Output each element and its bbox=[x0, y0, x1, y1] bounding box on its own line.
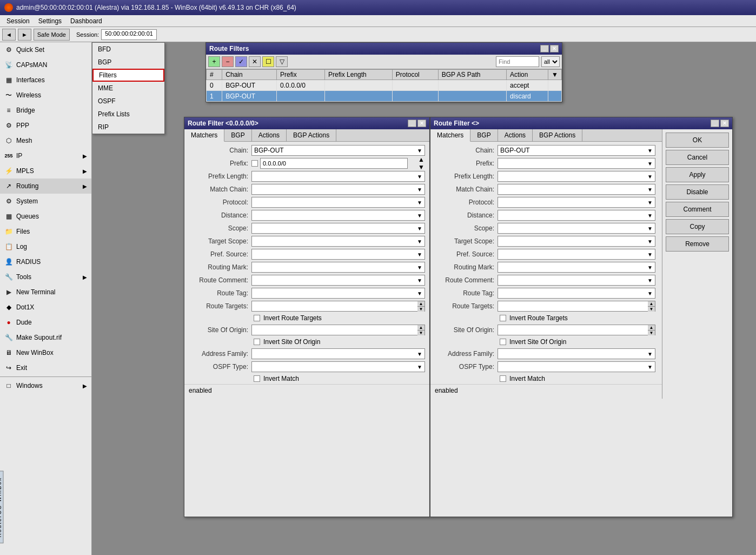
routing-submenu-bgp[interactable]: BGP bbox=[92, 56, 164, 69]
prefix-checkbox-0[interactable] bbox=[251, 160, 258, 167]
routing-submenu-bfd[interactable]: BFD bbox=[92, 43, 164, 56]
invert-match-check-1[interactable] bbox=[500, 375, 506, 382]
sidebar-item-wireless[interactable]: 〜 Wireless bbox=[0, 88, 91, 103]
sidebar-item-system[interactable]: ⚙ System bbox=[0, 194, 91, 209]
sidebar-item-quick-set[interactable]: ⚙ Quick Set bbox=[0, 42, 91, 57]
address-family-dropdown-0[interactable]: ▼ bbox=[251, 348, 425, 359]
comment-button[interactable]: Comment bbox=[666, 202, 729, 217]
table-row[interactable]: 0 BGP-OUT 0.0.0.0/0 accept bbox=[207, 80, 562, 91]
chain-dropdown-0[interactable]: BGP-OUT ▼ bbox=[251, 145, 425, 156]
match-chain-dropdown-0[interactable]: ▼ bbox=[251, 184, 425, 195]
site-of-origin-input-1[interactable] bbox=[498, 325, 648, 335]
menu-dashboard[interactable]: Dashboard bbox=[66, 16, 107, 26]
route-filters-minimize[interactable]: _ bbox=[540, 45, 549, 52]
target-scope-dropdown-1[interactable]: ▼ bbox=[498, 236, 655, 247]
sidebar-item-dude[interactable]: ● Dude bbox=[0, 315, 91, 330]
rf-remove-button[interactable]: − bbox=[222, 56, 234, 67]
sidebar-item-dot1x[interactable]: ◆ Dot1X bbox=[0, 300, 91, 315]
menu-settings[interactable]: Settings bbox=[34, 16, 66, 26]
prefix-length-dropdown-1[interactable]: ▼ bbox=[498, 171, 655, 182]
route-targets-down-0[interactable]: ▼ bbox=[417, 307, 425, 312]
route-comment-dropdown-0[interactable]: ▼ bbox=[251, 275, 425, 286]
route-filter-0-titlebar[interactable]: Route Filter <0.0.0.0/0> _ ✕ bbox=[184, 117, 429, 129]
col-dropdown-icon[interactable]: ▼ bbox=[548, 70, 562, 80]
routing-submenu-ospf[interactable]: OSPF bbox=[92, 95, 164, 108]
chain-dropdown-1[interactable]: BGP-OUT ▼ bbox=[498, 145, 655, 156]
route-filter-0-close[interactable]: ✕ bbox=[417, 120, 426, 127]
sidebar-item-ppp[interactable]: ⚙ PPP bbox=[0, 118, 91, 133]
sidebar-item-interfaces[interactable]: ▦ Interfaces bbox=[0, 72, 91, 88]
sidebar-item-new-terminal[interactable]: ▶ New Terminal bbox=[0, 285, 91, 300]
prefix-length-dropdown-0[interactable]: ▼ bbox=[251, 171, 425, 182]
routing-submenu-filters[interactable]: Filters bbox=[92, 69, 164, 82]
tab-bgp-actions-1[interactable]: BGP Actions bbox=[533, 129, 582, 141]
soo-up-1[interactable]: ▲ bbox=[648, 325, 655, 331]
ok-button[interactable]: OK bbox=[666, 133, 729, 148]
sidebar-item-queues[interactable]: ▦ Queues bbox=[0, 209, 91, 224]
sidebar-item-mpls[interactable]: ⚡ MPLS ▶ bbox=[0, 163, 91, 179]
match-chain-dropdown-1[interactable]: ▼ bbox=[498, 184, 655, 195]
route-filters-close[interactable]: ✕ bbox=[550, 45, 559, 52]
sidebar-item-mesh[interactable]: ⬡ Mesh bbox=[0, 133, 91, 148]
tab-actions-1[interactable]: Actions bbox=[498, 129, 533, 141]
route-targets-up-0[interactable]: ▲ bbox=[417, 301, 425, 307]
disable-button[interactable]: Disable bbox=[666, 184, 729, 200]
route-filter-1-titlebar[interactable]: Route Filter <> _ ✕ bbox=[430, 117, 732, 129]
cancel-button[interactable]: Cancel bbox=[666, 150, 729, 165]
ospf-type-dropdown-1[interactable]: ▼ bbox=[498, 361, 655, 372]
sidebar-item-capsman[interactable]: 📡 CAPsMAN bbox=[0, 57, 91, 72]
prefix-input-0[interactable] bbox=[260, 158, 408, 169]
rf-reset-button[interactable]: ☐ bbox=[262, 56, 274, 67]
site-of-origin-down-0[interactable]: ▼ bbox=[417, 331, 425, 335]
sidebar-item-log[interactable]: 📋 Log bbox=[0, 239, 91, 254]
routing-mark-dropdown-0[interactable]: ▼ bbox=[251, 262, 425, 273]
sidebar-item-ip[interactable]: 255 IP ▶ bbox=[0, 148, 91, 163]
invert-site-of-origin-check-0[interactable] bbox=[254, 339, 260, 345]
site-of-origin-up-0[interactable]: ▲ bbox=[417, 325, 425, 331]
rt-up-1[interactable]: ▲ bbox=[648, 301, 655, 307]
site-of-origin-input-0[interactable] bbox=[251, 325, 417, 335]
sidebar-item-new-winbox[interactable]: 🖥 New WinBox bbox=[0, 345, 91, 360]
prefix-dropdown-1[interactable]: ▼ bbox=[498, 158, 655, 169]
route-filter-0-minimize[interactable]: _ bbox=[408, 120, 416, 127]
tab-bgp-1[interactable]: BGP bbox=[470, 129, 498, 141]
routing-submenu-mme[interactable]: MME bbox=[92, 82, 164, 95]
sidebar-item-files[interactable]: 📁 Files bbox=[0, 224, 91, 239]
copy-button[interactable]: Copy bbox=[666, 219, 729, 234]
pref-source-dropdown-1[interactable]: ▼ bbox=[498, 249, 655, 260]
rf-add-button[interactable]: + bbox=[208, 56, 220, 67]
forward-button[interactable]: ► bbox=[18, 29, 31, 41]
route-comment-dropdown-1[interactable]: ▼ bbox=[498, 275, 655, 286]
invert-route-targets-check-1[interactable] bbox=[500, 315, 506, 321]
target-scope-dropdown-0[interactable]: ▼ bbox=[251, 236, 425, 247]
menu-session[interactable]: Session bbox=[2, 16, 34, 26]
sidebar-item-bridge[interactable]: ≡ Bridge bbox=[0, 103, 91, 118]
distance-dropdown-0[interactable]: ▼ bbox=[251, 210, 425, 221]
invert-route-targets-check-0[interactable] bbox=[254, 315, 260, 321]
rf-disable-button[interactable]: ✕ bbox=[249, 56, 261, 67]
routing-submenu-prefix-lists[interactable]: Prefix Lists bbox=[92, 108, 164, 121]
route-tag-dropdown-1[interactable]: ▼ bbox=[498, 288, 655, 299]
table-row[interactable]: 1 BGP-OUT discard bbox=[207, 91, 562, 102]
rf-filter-select[interactable]: all bbox=[541, 56, 560, 67]
routing-submenu-rip[interactable]: RIP bbox=[92, 121, 164, 134]
sidebar-item-tools[interactable]: 🔧 Tools ▶ bbox=[0, 269, 91, 285]
scope-dropdown-0[interactable]: ▼ bbox=[251, 223, 425, 234]
protocol-dropdown-1[interactable]: ▼ bbox=[498, 197, 655, 208]
rf-filter-button[interactable]: ▽ bbox=[276, 56, 288, 67]
distance-dropdown-1[interactable]: ▼ bbox=[498, 210, 655, 221]
sidebar-item-routing[interactable]: ↗ Routing ▶ bbox=[0, 179, 91, 194]
route-targets-input-1[interactable] bbox=[498, 301, 648, 312]
tab-matchers-0[interactable]: Matchers bbox=[184, 129, 224, 142]
routing-mark-dropdown-1[interactable]: ▼ bbox=[498, 262, 655, 273]
remove-button[interactable]: Remove bbox=[666, 236, 729, 252]
tab-bgp-0[interactable]: BGP bbox=[224, 129, 251, 141]
protocol-dropdown-0[interactable]: ▼ bbox=[251, 197, 425, 208]
route-filter-1-close[interactable]: ✕ bbox=[720, 120, 729, 127]
safe-mode-button[interactable]: Safe Mode bbox=[34, 29, 70, 41]
scope-dropdown-1[interactable]: ▼ bbox=[498, 223, 655, 234]
pref-source-dropdown-0[interactable]: ▼ bbox=[251, 249, 425, 260]
rf-search-input[interactable] bbox=[496, 56, 539, 67]
soo-down-1[interactable]: ▼ bbox=[648, 331, 655, 335]
sidebar-item-exit[interactable]: ↪ Exit bbox=[0, 360, 91, 375]
